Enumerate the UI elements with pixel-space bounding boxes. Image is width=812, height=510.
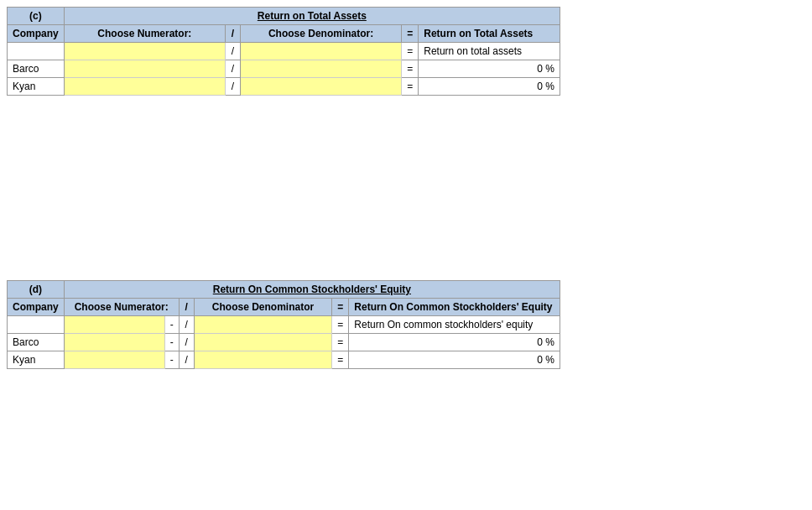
section-c-id-cell: (c) [8, 8, 65, 25]
section-d-kyan-row: Kyan - / = 0 % [8, 351, 560, 369]
section-d-barco-numerator1-input[interactable] [64, 334, 164, 351]
section-d-empty-company [8, 316, 65, 334]
section-c-table: (c) Return on Total Assets Company Choos… [7, 7, 560, 96]
section-d-empty-denominator-field[interactable] [200, 319, 327, 330]
section-d-empty-dash: - [164, 316, 179, 334]
section-c-empty-equals: = [402, 43, 419, 60]
section-c-title: Return on Total Assets [64, 8, 560, 25]
section-c-equals-header: = [402, 25, 419, 43]
section-c-numerator-header: Choose Numerator: [64, 25, 225, 43]
spacer [7, 112, 805, 280]
section-c-denominator-header: Choose Denominator: [240, 25, 401, 43]
section-d-result-header: Return On Common Stockholders' Equity [349, 299, 560, 316]
section-c-barco-name: Barco [8, 60, 65, 78]
section-c-empty-row: / = Return on total assets [8, 43, 560, 60]
section-c-barco-value: 0 [537, 63, 543, 75]
section-d-empty-equals: = [332, 316, 349, 334]
section-c-barco-row: Barco / = 0 % [8, 60, 560, 78]
section-c-empty-denominator-input[interactable] [240, 43, 401, 60]
section-c-result-header: Return on Total Assets [419, 25, 560, 43]
section-c-barco-denominator-input[interactable] [240, 60, 401, 78]
section-c-slash-header: / [225, 25, 240, 43]
section-d-kyan-result-cell: 0 % [349, 351, 560, 369]
section-c-kyan-result-cell: 0 % [419, 78, 560, 96]
section-d-kyan-value: 0 [537, 354, 543, 366]
section-c-kyan-denominator-field[interactable] [246, 81, 396, 92]
section-d-kyan-numerator1-field[interactable] [70, 354, 159, 366]
section-d-numerator-header: Choose Numerator: [64, 299, 179, 316]
section-d-kyan-slash: / [179, 351, 194, 369]
section-d-barco-result-cell: 0 % [349, 334, 560, 351]
section-c-kyan-slash: / [225, 78, 240, 96]
section-c-empty-denominator-field[interactable] [246, 45, 396, 57]
section-d-kyan-dash: - [164, 351, 179, 369]
section-d-empty-row: - / = Return On common stockholders' equ… [8, 316, 560, 334]
section-c-empty-result: Return on total assets [419, 43, 560, 60]
section-d-barco-numerator1-field[interactable] [70, 336, 159, 348]
section-d-id-cell: (d) [8, 281, 65, 299]
section-d-empty-denominator-input[interactable] [194, 316, 332, 334]
section-d-empty-slash: / [179, 316, 194, 334]
section-c-kyan-percent: % [545, 81, 554, 92]
section-d-equals-header: = [332, 299, 349, 316]
section-c-barco-percent: % [545, 63, 554, 75]
section-c-kyan-name: Kyan [8, 78, 65, 96]
section-d-kyan-equals: = [332, 351, 349, 369]
section-d-barco-name: Barco [8, 334, 65, 351]
section-c-barco-numerator-input[interactable] [64, 60, 225, 78]
section-c-kyan-equals: = [402, 78, 419, 96]
section-c-barco-result-cell: 0 % [419, 60, 560, 78]
section-c: (c) Return on Total Assets Company Choos… [7, 7, 805, 96]
section-d-barco-slash: / [179, 334, 194, 351]
section-d-denominator-header: Choose Denominator [194, 299, 332, 316]
section-c-company-header: Company [8, 25, 65, 43]
section-c-barco-slash: / [225, 60, 240, 78]
section-c-empty-numerator-input[interactable] [64, 43, 225, 60]
section-d-company-header: Company [8, 299, 65, 316]
section-d-empty-numerator1-field[interactable] [70, 319, 159, 330]
section-d-kyan-denominator-input[interactable] [194, 351, 332, 369]
section-d-kyan-numerator1-input[interactable] [64, 351, 164, 369]
section-d: (d) Return On Common Stockholders' Equit… [7, 280, 805, 369]
section-d-kyan-denominator-field[interactable] [200, 354, 327, 366]
section-c-barco-numerator-field[interactable] [70, 63, 220, 75]
section-d-empty-result: Return On common stockholders' equity [349, 316, 560, 334]
section-d-barco-equals: = [332, 334, 349, 351]
section-d-barco-denominator-field[interactable] [200, 336, 327, 348]
section-d-barco-percent: % [545, 336, 554, 348]
section-d-title: Return On Common Stockholders' Equity [64, 281, 560, 299]
section-d-kyan-name: Kyan [8, 351, 65, 369]
section-d-slash-header: / [179, 299, 194, 316]
section-d-barco-value: 0 [537, 336, 543, 348]
section-c-empty-company [8, 43, 65, 60]
section-c-barco-denominator-field[interactable] [246, 63, 396, 75]
section-d-table: (d) Return On Common Stockholders' Equit… [7, 280, 560, 369]
section-d-kyan-percent: % [545, 354, 554, 366]
section-c-empty-slash: / [225, 43, 240, 60]
section-d-barco-row: Barco - / = 0 % [8, 334, 560, 351]
section-d-barco-dash: - [164, 334, 179, 351]
section-c-kyan-numerator-field[interactable] [70, 81, 220, 92]
section-c-barco-equals: = [402, 60, 419, 78]
section-d-barco-denominator-input[interactable] [194, 334, 332, 351]
section-c-kyan-row: Kyan / = 0 % [8, 78, 560, 96]
section-c-kyan-numerator-input[interactable] [64, 78, 225, 96]
section-c-kyan-value: 0 [537, 81, 543, 92]
section-c-empty-numerator-field[interactable] [70, 45, 220, 57]
section-c-kyan-denominator-input[interactable] [240, 78, 401, 96]
section-d-empty-numerator1-input[interactable] [64, 316, 164, 334]
